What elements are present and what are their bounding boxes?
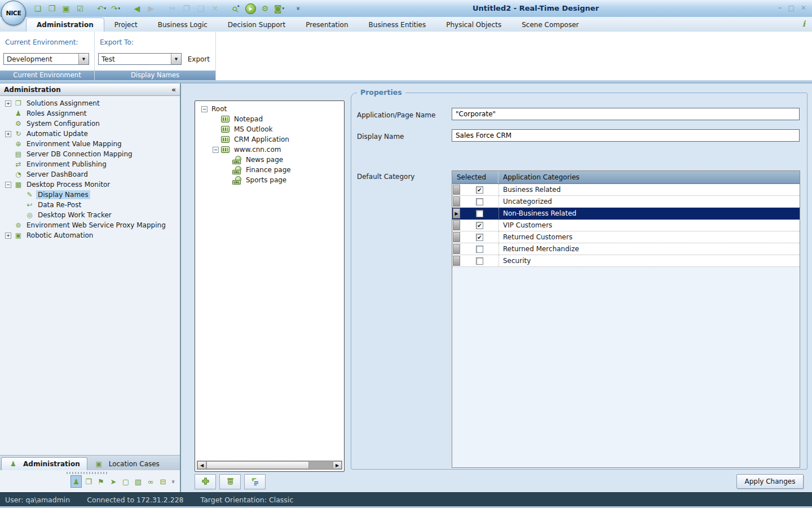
category-row-returned-customers[interactable]: ✔Returned Customers <box>452 231 800 243</box>
minimize-button[interactable]: – <box>779 4 782 12</box>
row-selector[interactable] <box>453 185 460 195</box>
sidebar-item-robotic-automation[interactable]: +▣Robotic Automation <box>2 230 179 240</box>
dropdown-arrow-icon[interactable]: ▾ <box>118 6 121 11</box>
restore-button[interactable]: □ <box>788 4 795 12</box>
sidebar-item-environment-publishing[interactable]: ⇄Environment Publishing <box>2 159 179 169</box>
dropdown-arrow-icon[interactable]: ▾ <box>236 4 241 8</box>
validate-document-icon[interactable]: ☑ <box>74 2 86 15</box>
sidebar-item-system-configuration[interactable]: ⚙System Configuration <box>2 119 179 129</box>
tab-decision-support[interactable]: Decision Support <box>218 18 295 32</box>
category-row-security[interactable]: Security <box>452 255 800 267</box>
tab-administration[interactable]: Administration <box>26 17 104 32</box>
expand-icon[interactable]: + <box>5 131 11 137</box>
collapse-sidebar-icon[interactable]: « <box>171 86 176 94</box>
collapse-icon[interactable]: − <box>201 106 208 112</box>
row-selector[interactable] <box>453 232 460 242</box>
tab-presentation[interactable]: Presentation <box>295 18 358 32</box>
tree-item-notepad[interactable]: Notepad <box>198 114 342 124</box>
sidebar-item-desktop-process-monitor[interactable]: −▦Desktop Process Monitor <box>2 179 179 190</box>
cube-icon[interactable]: ▧ <box>133 475 144 488</box>
checked-checkbox[interactable]: ✔ <box>476 186 483 194</box>
tree-item-finance-page[interactable]: Finance page <box>198 165 342 175</box>
sidebar-item-data-re-post[interactable]: ↩Data Re-Post <box>2 200 179 210</box>
scrollbar-thumb[interactable] <box>206 461 309 469</box>
sidebar-tab-administration[interactable]: ♟Administration <box>1 457 87 470</box>
row-selector[interactable] <box>453 244 460 254</box>
checked-checkbox[interactable]: ✔ <box>476 234 483 241</box>
category-row-vip-customers[interactable]: ✔VIP Customers <box>452 220 800 231</box>
scroll-right-arrow-icon[interactable]: ▶ <box>333 461 342 469</box>
export-target-dropdown[interactable]: Test ▼ <box>98 53 182 65</box>
tree-item-news-page[interactable]: News page <box>198 155 342 165</box>
tree-item-www-cnn-com[interactable]: −www.cnn.com <box>198 144 342 155</box>
unchecked-checkbox[interactable] <box>476 246 483 253</box>
tab-scene-composer[interactable]: Scene Composer <box>511 18 589 32</box>
horizontal-scrollbar[interactable]: ◀ ▶ <box>197 461 342 470</box>
tab-business-logic[interactable]: Business Logic <box>148 18 218 32</box>
splitter-grip[interactable] <box>67 472 108 474</box>
unchecked-checkbox[interactable] <box>476 257 483 265</box>
tree-item-ms-outlook[interactable]: MS Outlook <box>198 124 342 134</box>
snapshot-icon[interactable]: ◙▾ <box>273 2 285 15</box>
selected-column-header[interactable]: Selected <box>452 171 498 183</box>
generate-icon[interactable]: ⚙ <box>259 2 271 15</box>
export-button[interactable]: Export <box>188 55 210 63</box>
collapse-icon[interactable]: − <box>213 147 219 153</box>
tree-item-crm-application[interactable]: CRM Application <box>198 134 342 144</box>
redo-icon[interactable]: ↷▾ <box>109 2 122 15</box>
category-row-returned-merchandize[interactable]: Returned Merchandize <box>452 243 800 255</box>
cascade-windows-icon[interactable]: ❐ <box>83 475 94 488</box>
undo-icon[interactable]: ↶▾ <box>95 2 108 15</box>
sidebar-item-solutions-assignment[interactable]: +❐Solutions Assignment <box>2 98 179 108</box>
sidebar-item-environment-web-service-proxy-mapping[interactable]: ⊚Environment Web Service Proxy Mapping <box>2 220 179 230</box>
sidebar-item-automatic-update[interactable]: +↻Automatic Update <box>2 129 179 139</box>
row-selector[interactable] <box>453 256 460 266</box>
collapse-icon[interactable]: − <box>5 182 11 188</box>
expand-icon[interactable]: + <box>5 100 11 107</box>
category-row-non-business-related[interactable]: ▶Non-Business Related <box>452 208 800 220</box>
sidebar-item-desktop-work-tracker[interactable]: ◎Desktop Work Tracker <box>2 210 179 220</box>
display-name-field[interactable] <box>452 129 800 142</box>
application-page-name-field[interactable] <box>452 108 800 120</box>
scroll-left-arrow-icon[interactable]: ◀ <box>197 461 206 469</box>
tree-item-sports-page[interactable]: Sports page <box>198 175 342 185</box>
nice-logo[interactable]: NICE <box>1 1 26 25</box>
toolbar-overflow-icon[interactable]: » <box>292 5 304 12</box>
delete-button[interactable] <box>219 474 241 489</box>
repost-button[interactable] <box>244 474 266 489</box>
unchecked-checkbox[interactable] <box>476 210 483 217</box>
dropdown-arrow-icon[interactable]: ▾ <box>283 6 285 11</box>
save-icon[interactable]: ▣ <box>60 2 72 15</box>
run-icon[interactable]: ▶ <box>245 3 256 14</box>
tab-business-entities[interactable]: Business Entities <box>359 18 436 32</box>
sidebar-item-display-names[interactable]: ✎Display Names <box>2 190 179 200</box>
tab-physical-objects[interactable]: Physical Objects <box>436 18 511 32</box>
sidebar-item-server-db-connection-mapping[interactable]: ▤Server DB Connection Mapping <box>2 149 179 159</box>
people-tool-icon[interactable]: ♟ <box>70 475 82 488</box>
monitor-icon[interactable]: ▢ <box>120 475 131 488</box>
expand-icon[interactable]: + <box>5 233 11 239</box>
search-icon[interactable]: ⚲▾ <box>227 0 245 17</box>
row-selector[interactable] <box>453 196 460 207</box>
dropdown-arrow-icon[interactable]: ▾ <box>104 6 107 11</box>
tree-item-root[interactable]: −Root <box>198 104 342 114</box>
flag-icon[interactable]: ⚑ <box>95 475 107 488</box>
apply-changes-button[interactable]: Apply Changes <box>736 474 804 489</box>
sidebar-item-roles-assignment[interactable]: ♟Roles Assignment <box>2 108 179 119</box>
row-selector[interactable] <box>453 220 460 230</box>
sidebar-item-environment-value-mapping[interactable]: ⊕Environment Value Mapping <box>2 139 179 149</box>
tools-overflow-icon[interactable]: » <box>167 478 180 485</box>
add-button[interactable] <box>195 474 216 489</box>
sidebar-item-server-dashboard[interactable]: ◔Server DashBoard <box>2 169 179 179</box>
binoculars-icon[interactable]: ∞ <box>145 475 156 488</box>
category-row-uncategorized[interactable]: Uncategorized <box>452 196 800 208</box>
application-categories-column-header[interactable]: Application Categories <box>498 171 800 183</box>
unchecked-checkbox[interactable] <box>476 198 483 205</box>
checked-checkbox[interactable]: ✔ <box>476 222 483 229</box>
sidebar-tab-location-cases[interactable]: ▣Location Cases <box>87 458 166 470</box>
back-icon[interactable]: ◀ <box>131 2 143 15</box>
tab-project[interactable]: Project <box>104 18 148 32</box>
chevron-down-icon[interactable]: ▼ <box>78 54 89 64</box>
chevron-down-icon[interactable]: ▼ <box>171 54 181 64</box>
screen-pointer-icon[interactable]: ➤ <box>108 475 119 488</box>
